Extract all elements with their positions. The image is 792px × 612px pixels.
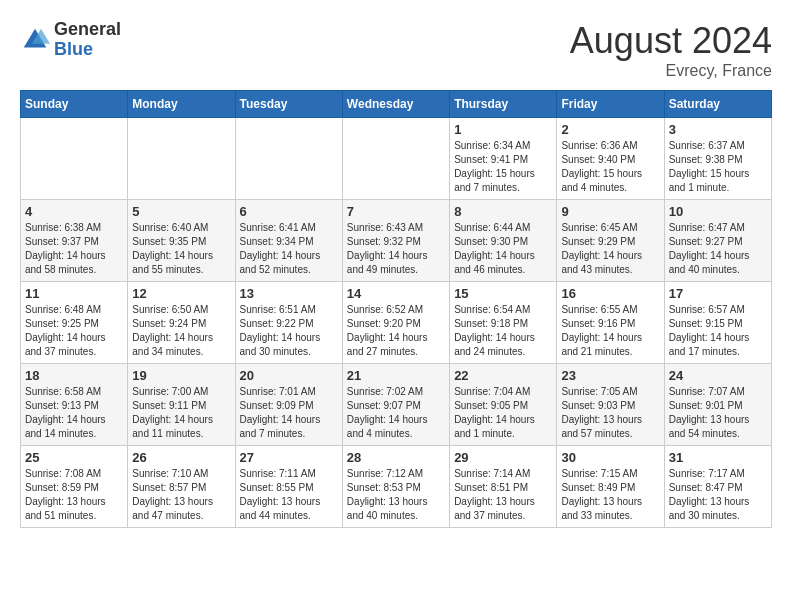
day-content: Sunrise: 6:48 AM Sunset: 9:25 PM Dayligh… bbox=[25, 303, 123, 359]
calendar-cell bbox=[342, 118, 449, 200]
calendar-cell: 19Sunrise: 7:00 AM Sunset: 9:11 PM Dayli… bbox=[128, 364, 235, 446]
location: Evrecy, France bbox=[570, 62, 772, 80]
day-number: 4 bbox=[25, 204, 123, 219]
day-content: Sunrise: 6:45 AM Sunset: 9:29 PM Dayligh… bbox=[561, 221, 659, 277]
calendar-cell: 7Sunrise: 6:43 AM Sunset: 9:32 PM Daylig… bbox=[342, 200, 449, 282]
day-number: 1 bbox=[454, 122, 552, 137]
calendar-cell: 23Sunrise: 7:05 AM Sunset: 9:03 PM Dayli… bbox=[557, 364, 664, 446]
day-content: Sunrise: 6:44 AM Sunset: 9:30 PM Dayligh… bbox=[454, 221, 552, 277]
day-number: 3 bbox=[669, 122, 767, 137]
day-content: Sunrise: 6:43 AM Sunset: 9:32 PM Dayligh… bbox=[347, 221, 445, 277]
logo-blue: Blue bbox=[54, 40, 121, 60]
day-content: Sunrise: 7:11 AM Sunset: 8:55 PM Dayligh… bbox=[240, 467, 338, 523]
week-row-2: 4Sunrise: 6:38 AM Sunset: 9:37 PM Daylig… bbox=[21, 200, 772, 282]
day-content: Sunrise: 7:05 AM Sunset: 9:03 PM Dayligh… bbox=[561, 385, 659, 441]
calendar-cell: 24Sunrise: 7:07 AM Sunset: 9:01 PM Dayli… bbox=[664, 364, 771, 446]
calendar-cell: 13Sunrise: 6:51 AM Sunset: 9:22 PM Dayli… bbox=[235, 282, 342, 364]
day-content: Sunrise: 6:34 AM Sunset: 9:41 PM Dayligh… bbox=[454, 139, 552, 195]
day-number: 20 bbox=[240, 368, 338, 383]
calendar-body: 1Sunrise: 6:34 AM Sunset: 9:41 PM Daylig… bbox=[21, 118, 772, 528]
day-content: Sunrise: 7:15 AM Sunset: 8:49 PM Dayligh… bbox=[561, 467, 659, 523]
day-header-friday: Friday bbox=[557, 91, 664, 118]
calendar-cell bbox=[128, 118, 235, 200]
day-number: 27 bbox=[240, 450, 338, 465]
calendar-cell: 12Sunrise: 6:50 AM Sunset: 9:24 PM Dayli… bbox=[128, 282, 235, 364]
calendar-cell: 20Sunrise: 7:01 AM Sunset: 9:09 PM Dayli… bbox=[235, 364, 342, 446]
calendar-cell bbox=[21, 118, 128, 200]
calendar-cell: 15Sunrise: 6:54 AM Sunset: 9:18 PM Dayli… bbox=[450, 282, 557, 364]
day-number: 11 bbox=[25, 286, 123, 301]
day-number: 7 bbox=[347, 204, 445, 219]
week-row-4: 18Sunrise: 6:58 AM Sunset: 9:13 PM Dayli… bbox=[21, 364, 772, 446]
day-content: Sunrise: 7:07 AM Sunset: 9:01 PM Dayligh… bbox=[669, 385, 767, 441]
day-content: Sunrise: 7:00 AM Sunset: 9:11 PM Dayligh… bbox=[132, 385, 230, 441]
calendar-cell: 22Sunrise: 7:04 AM Sunset: 9:05 PM Dayli… bbox=[450, 364, 557, 446]
calendar-table: SundayMondayTuesdayWednesdayThursdayFrid… bbox=[20, 90, 772, 528]
calendar-cell: 17Sunrise: 6:57 AM Sunset: 9:15 PM Dayli… bbox=[664, 282, 771, 364]
day-number: 23 bbox=[561, 368, 659, 383]
calendar-cell: 10Sunrise: 6:47 AM Sunset: 9:27 PM Dayli… bbox=[664, 200, 771, 282]
day-content: Sunrise: 6:54 AM Sunset: 9:18 PM Dayligh… bbox=[454, 303, 552, 359]
day-number: 8 bbox=[454, 204, 552, 219]
day-number: 9 bbox=[561, 204, 659, 219]
day-number: 24 bbox=[669, 368, 767, 383]
calendar-cell: 25Sunrise: 7:08 AM Sunset: 8:59 PM Dayli… bbox=[21, 446, 128, 528]
title-section: August 2024 Evrecy, France bbox=[570, 20, 772, 80]
day-content: Sunrise: 6:50 AM Sunset: 9:24 PM Dayligh… bbox=[132, 303, 230, 359]
day-content: Sunrise: 6:36 AM Sunset: 9:40 PM Dayligh… bbox=[561, 139, 659, 195]
day-content: Sunrise: 6:58 AM Sunset: 9:13 PM Dayligh… bbox=[25, 385, 123, 441]
calendar-cell: 21Sunrise: 7:02 AM Sunset: 9:07 PM Dayli… bbox=[342, 364, 449, 446]
day-content: Sunrise: 6:41 AM Sunset: 9:34 PM Dayligh… bbox=[240, 221, 338, 277]
day-content: Sunrise: 7:01 AM Sunset: 9:09 PM Dayligh… bbox=[240, 385, 338, 441]
day-content: Sunrise: 6:52 AM Sunset: 9:20 PM Dayligh… bbox=[347, 303, 445, 359]
day-content: Sunrise: 6:37 AM Sunset: 9:38 PM Dayligh… bbox=[669, 139, 767, 195]
day-content: Sunrise: 6:38 AM Sunset: 9:37 PM Dayligh… bbox=[25, 221, 123, 277]
month-year: August 2024 bbox=[570, 20, 772, 62]
day-number: 13 bbox=[240, 286, 338, 301]
day-content: Sunrise: 6:40 AM Sunset: 9:35 PM Dayligh… bbox=[132, 221, 230, 277]
day-content: Sunrise: 7:10 AM Sunset: 8:57 PM Dayligh… bbox=[132, 467, 230, 523]
page-header: General Blue August 2024 Evrecy, France bbox=[20, 20, 772, 80]
week-row-5: 25Sunrise: 7:08 AM Sunset: 8:59 PM Dayli… bbox=[21, 446, 772, 528]
calendar-cell: 6Sunrise: 6:41 AM Sunset: 9:34 PM Daylig… bbox=[235, 200, 342, 282]
header-row: SundayMondayTuesdayWednesdayThursdayFrid… bbox=[21, 91, 772, 118]
day-content: Sunrise: 7:14 AM Sunset: 8:51 PM Dayligh… bbox=[454, 467, 552, 523]
calendar-cell: 16Sunrise: 6:55 AM Sunset: 9:16 PM Dayli… bbox=[557, 282, 664, 364]
calendar-cell: 14Sunrise: 6:52 AM Sunset: 9:20 PM Dayli… bbox=[342, 282, 449, 364]
logo: General Blue bbox=[20, 20, 121, 60]
day-number: 10 bbox=[669, 204, 767, 219]
day-header-sunday: Sunday bbox=[21, 91, 128, 118]
day-number: 18 bbox=[25, 368, 123, 383]
day-number: 31 bbox=[669, 450, 767, 465]
calendar-cell: 1Sunrise: 6:34 AM Sunset: 9:41 PM Daylig… bbox=[450, 118, 557, 200]
day-number: 30 bbox=[561, 450, 659, 465]
calendar-cell: 31Sunrise: 7:17 AM Sunset: 8:47 PM Dayli… bbox=[664, 446, 771, 528]
day-number: 25 bbox=[25, 450, 123, 465]
day-content: Sunrise: 7:04 AM Sunset: 9:05 PM Dayligh… bbox=[454, 385, 552, 441]
calendar-cell: 3Sunrise: 6:37 AM Sunset: 9:38 PM Daylig… bbox=[664, 118, 771, 200]
day-content: Sunrise: 7:17 AM Sunset: 8:47 PM Dayligh… bbox=[669, 467, 767, 523]
calendar-header: SundayMondayTuesdayWednesdayThursdayFrid… bbox=[21, 91, 772, 118]
logo-icon bbox=[20, 25, 50, 55]
calendar-cell: 26Sunrise: 7:10 AM Sunset: 8:57 PM Dayli… bbox=[128, 446, 235, 528]
week-row-3: 11Sunrise: 6:48 AM Sunset: 9:25 PM Dayli… bbox=[21, 282, 772, 364]
day-number: 22 bbox=[454, 368, 552, 383]
calendar-cell: 9Sunrise: 6:45 AM Sunset: 9:29 PM Daylig… bbox=[557, 200, 664, 282]
calendar-cell: 4Sunrise: 6:38 AM Sunset: 9:37 PM Daylig… bbox=[21, 200, 128, 282]
calendar-cell: 8Sunrise: 6:44 AM Sunset: 9:30 PM Daylig… bbox=[450, 200, 557, 282]
day-content: Sunrise: 7:12 AM Sunset: 8:53 PM Dayligh… bbox=[347, 467, 445, 523]
day-number: 15 bbox=[454, 286, 552, 301]
day-number: 29 bbox=[454, 450, 552, 465]
day-content: Sunrise: 7:02 AM Sunset: 9:07 PM Dayligh… bbox=[347, 385, 445, 441]
logo-text: General Blue bbox=[54, 20, 121, 60]
week-row-1: 1Sunrise: 6:34 AM Sunset: 9:41 PM Daylig… bbox=[21, 118, 772, 200]
calendar-cell: 11Sunrise: 6:48 AM Sunset: 9:25 PM Dayli… bbox=[21, 282, 128, 364]
calendar-cell bbox=[235, 118, 342, 200]
day-number: 12 bbox=[132, 286, 230, 301]
calendar-cell: 27Sunrise: 7:11 AM Sunset: 8:55 PM Dayli… bbox=[235, 446, 342, 528]
day-number: 14 bbox=[347, 286, 445, 301]
calendar-cell: 18Sunrise: 6:58 AM Sunset: 9:13 PM Dayli… bbox=[21, 364, 128, 446]
day-number: 16 bbox=[561, 286, 659, 301]
day-number: 6 bbox=[240, 204, 338, 219]
day-header-monday: Monday bbox=[128, 91, 235, 118]
